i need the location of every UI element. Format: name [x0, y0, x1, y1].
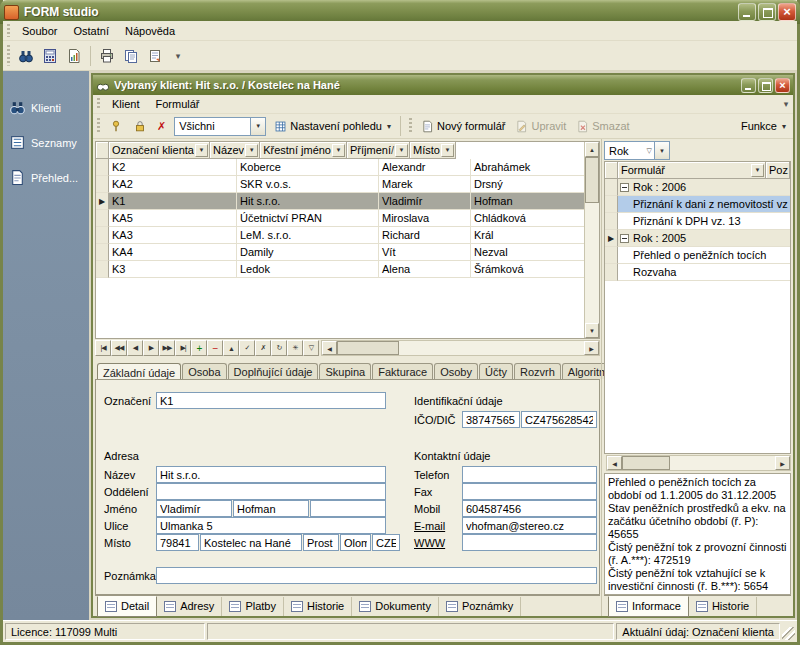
- new-form-button[interactable]: Nový formulář: [416, 116, 510, 137]
- detail-tab[interactable]: Doplňující údaje: [228, 363, 319, 379]
- sidebar-item-klienti[interactable]: Klienti: [3, 93, 89, 122]
- detail-tab[interactable]: Fakturace: [372, 363, 433, 379]
- column-header-poz[interactable]: Poz: [766, 162, 790, 179]
- www-label[interactable]: WWW: [414, 537, 445, 549]
- oddeleni-input[interactable]: [156, 483, 386, 500]
- cell-nazev[interactable]: LeM. s.r.o.: [237, 227, 379, 244]
- bottom-tab[interactable]: Historie: [284, 597, 352, 616]
- client-maximize-button[interactable]: [758, 78, 773, 93]
- cell-prijmeni[interactable]: Nezval: [471, 244, 584, 261]
- scroll-down-icon[interactable]: ▼: [585, 323, 599, 338]
- cell-prijmeni[interactable]: Hofman: [471, 193, 584, 210]
- cell-oznaceni-klienta[interactable]: KA3: [109, 227, 237, 244]
- form-row[interactable]: Přiznání k dani z nemovitostí vz: [605, 196, 790, 213]
- client-row[interactable]: KA4 Damily Vít Nezval Brno: [96, 244, 584, 261]
- titul-input[interactable]: [310, 500, 386, 517]
- form-row[interactable]: Rozvaha: [605, 264, 790, 281]
- menu-item[interactable]: Ostatní: [65, 22, 116, 40]
- clients-grid-vscrollbar[interactable]: ▲ ▼: [584, 142, 599, 338]
- navigator-button[interactable]: ↻: [271, 340, 287, 356]
- misto-input[interactable]: [200, 534, 302, 551]
- chevron-down-icon[interactable]: [654, 142, 669, 159]
- telefon-input[interactable]: [462, 466, 597, 483]
- resize-grip[interactable]: [782, 627, 795, 640]
- mobil-input[interactable]: [462, 500, 597, 517]
- cell-prijmeni[interactable]: Šrámková: [471, 261, 584, 278]
- vscroll-thumb[interactable]: [585, 157, 599, 203]
- client-row[interactable]: ▶ K1 Hit s.r.o. Vladimír Hofman Kost: [96, 193, 584, 210]
- navigator-button[interactable]: ▶▶: [159, 340, 175, 356]
- client-close-button[interactable]: [775, 78, 790, 93]
- chevron-down-icon[interactable]: [250, 118, 265, 135]
- client-row[interactable]: KA3 LeM. s.r.o. Richard Král Cheb: [96, 227, 584, 244]
- cell-nazev[interactable]: SKR v.o.s.: [237, 176, 379, 193]
- cell-nazev[interactable]: Ledok: [237, 261, 379, 278]
- column-header-formular[interactable]: Formulář: [618, 162, 766, 179]
- functions-button[interactable]: Funkce: [736, 116, 791, 137]
- cell-prijmeni[interactable]: Drsný: [471, 176, 584, 193]
- forms-grid-hscrollbar[interactable]: ◀ ▶: [606, 455, 791, 471]
- scroll-left-icon[interactable]: ◀: [607, 456, 622, 470]
- cell-oznaceni-klienta[interactable]: KA2: [109, 176, 237, 193]
- scroll-right-icon[interactable]: ▶: [584, 341, 599, 355]
- cell-krestni-jmeno[interactable]: Marek: [379, 176, 471, 193]
- minimize-button[interactable]: [738, 3, 756, 21]
- detail-tab[interactable]: Osoby: [434, 363, 478, 379]
- column-filter-icon[interactable]: [441, 144, 454, 157]
- navigator-button[interactable]: ▽: [303, 340, 319, 356]
- cell-krestni-jmeno[interactable]: Vít: [379, 244, 471, 261]
- column-header[interactable]: Křestní jméno: [260, 142, 347, 159]
- psc-input[interactable]: [156, 534, 199, 551]
- client-menu-item[interactable]: Klient: [104, 95, 148, 113]
- cell-nazev[interactable]: Damily: [237, 244, 379, 261]
- sidebar-item-prehled[interactable]: Přehled...: [3, 163, 89, 192]
- navigator-button[interactable]: ◀◀: [111, 340, 127, 356]
- client-row[interactable]: KA2 SKR v.o.s. Marek Drsný Rudn: [96, 176, 584, 193]
- detail-tab[interactable]: Základní údaje: [97, 363, 181, 380]
- copy-button[interactable]: [119, 44, 143, 68]
- sidebar-item-seznamy[interactable]: Seznamy: [3, 128, 89, 157]
- close-button[interactable]: [778, 3, 796, 21]
- reports-button[interactable]: [62, 44, 86, 68]
- toolbar-overflow-button[interactable]: [171, 48, 185, 64]
- form-row-label-cell[interactable]: Rok : 2006: [618, 179, 790, 196]
- cell-oznaceni-klienta[interactable]: K2: [109, 159, 237, 176]
- ico-input[interactable]: [462, 411, 520, 428]
- client-row[interactable]: K2 Koberce Alexandr Abrahámek Karv: [96, 159, 584, 176]
- kraj-input[interactable]: [340, 534, 371, 551]
- export-button[interactable]: [143, 44, 167, 68]
- form-row-label-cell[interactable]: Přehled o peněžních tocích: [618, 247, 790, 264]
- form-row[interactable]: Přehled o peněžních tocích: [605, 247, 790, 264]
- column-filter-icon[interactable]: [395, 144, 408, 157]
- year-filter-combobox[interactable]: Rok ▽: [604, 141, 670, 160]
- client-row[interactable]: K3 Ledok Alena Šrámková Vyšk: [96, 261, 584, 278]
- detail-tab[interactable]: Účty: [479, 363, 513, 379]
- nazev-input[interactable]: [156, 466, 386, 483]
- cell-krestni-jmeno[interactable]: Alexandr: [379, 159, 471, 176]
- email-label[interactable]: E-mail: [414, 520, 445, 532]
- client-row[interactable]: KA5 Účetnictví PRAN Miroslava Chládková …: [96, 210, 584, 227]
- filter-combobox[interactable]: Všichni: [174, 117, 266, 136]
- calculator-button[interactable]: [38, 44, 62, 68]
- column-filter-icon[interactable]: [751, 164, 764, 177]
- column-header[interactable]: Místo: [410, 142, 456, 159]
- info-tab[interactable]: Historie: [689, 597, 757, 616]
- info-tab[interactable]: Informace: [608, 596, 689, 617]
- column-header[interactable]: Označení klienta: [109, 142, 210, 159]
- navigator-button[interactable]: ▲: [223, 340, 239, 356]
- toolbar-grip[interactable]: [6, 45, 11, 65]
- cell-nazev[interactable]: Účetnictví PRAN: [237, 210, 379, 227]
- clear-filter-button[interactable]: ✗: [152, 116, 171, 137]
- scroll-up-icon[interactable]: ▲: [585, 142, 599, 157]
- oznaceni-input[interactable]: [156, 392, 386, 409]
- column-filter-icon[interactable]: [332, 144, 345, 157]
- column-filter-icon[interactable]: [195, 144, 208, 157]
- cell-krestni-jmeno[interactable]: Richard: [379, 227, 471, 244]
- cell-krestni-jmeno[interactable]: Alena: [379, 261, 471, 278]
- navigator-button[interactable]: ✓: [239, 340, 255, 356]
- prijmeni-input[interactable]: [233, 500, 309, 517]
- detail-tab[interactable]: Osoba: [182, 363, 226, 379]
- bottom-tab[interactable]: Dokumenty: [352, 597, 439, 616]
- navigator-button[interactable]: ✗: [255, 340, 271, 356]
- navigator-button[interactable]: ◀: [127, 340, 143, 356]
